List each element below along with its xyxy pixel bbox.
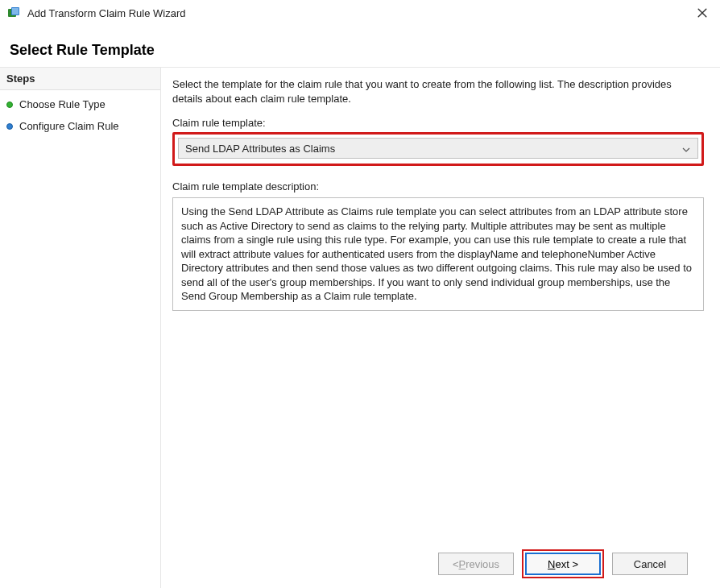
- template-dropdown-highlight: Send LDAP Attributes as Claims: [172, 132, 704, 166]
- dropdown-selected-text: Send LDAP Attributes as Claims: [185, 143, 680, 155]
- claim-rule-template-dropdown[interactable]: Send LDAP Attributes as Claims: [178, 138, 698, 159]
- close-button[interactable]: [685, 0, 720, 26]
- wizard-body: Steps Choose Rule Type Configure Claim R…: [0, 67, 720, 588]
- chevron-down-icon: [680, 143, 693, 155]
- next-button[interactable]: Next >: [525, 553, 601, 575]
- wizard-header: Select Rule Template: [0, 26, 720, 67]
- template-description-label: Claim rule template description:: [172, 180, 704, 193]
- step-label: Choose Rule Type: [19, 98, 106, 110]
- page-title: Select Rule Template: [10, 42, 720, 59]
- content-pane: Select the template for the claim rule t…: [161, 68, 720, 588]
- previous-button: < Previous: [438, 553, 514, 575]
- template-label: Claim rule template:: [172, 117, 704, 129]
- template-description-box: Using the Send LDAP Attribute as Claims …: [172, 197, 704, 311]
- step-configure-claim-rule[interactable]: Configure Claim Rule: [0, 115, 160, 137]
- app-icon: [6, 6, 21, 20]
- bullet-pending-icon: [6, 123, 13, 130]
- svg-rect-2: [12, 8, 19, 14]
- template-description-text: Using the Send LDAP Attribute as Claims …: [181, 205, 692, 302]
- bullet-done-icon: [6, 101, 13, 108]
- next-button-highlight: Next >: [522, 549, 604, 578]
- intro-text: Select the template for the claim rule t…: [172, 77, 704, 106]
- step-label: Configure Claim Rule: [19, 120, 119, 132]
- btn-text-rest: revious: [466, 558, 499, 570]
- btn-text-rest: ext >: [555, 558, 578, 570]
- wizard-window: Add Transform Claim Rule Wizard Select R…: [0, 0, 720, 588]
- steps-list: Choose Rule Type Configure Claim Rule: [0, 90, 160, 137]
- steps-pane: Steps Choose Rule Type Configure Claim R…: [0, 68, 161, 588]
- titlebar: Add Transform Claim Rule Wizard: [0, 0, 720, 26]
- step-choose-rule-type[interactable]: Choose Rule Type: [0, 93, 160, 115]
- btn-text: Cancel: [634, 558, 666, 570]
- btn-text-accel: N: [548, 558, 555, 570]
- button-bar: < Previous Next > Cancel: [172, 543, 704, 588]
- btn-text-prefix: <: [453, 558, 459, 570]
- cancel-button[interactable]: Cancel: [612, 553, 688, 575]
- window-title: Add Transform Claim Rule Wizard: [27, 7, 685, 19]
- steps-heading: Steps: [0, 68, 160, 90]
- btn-text-accel: P: [459, 558, 466, 570]
